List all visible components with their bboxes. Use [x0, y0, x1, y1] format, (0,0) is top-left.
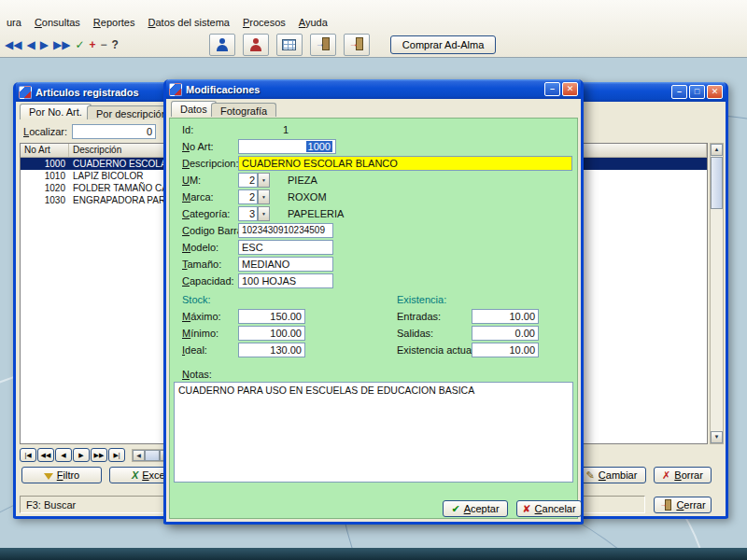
- window-title: Articulos registrados: [35, 87, 139, 98]
- no-art-label: No Art:: [182, 141, 214, 152]
- record-prev-page-button[interactable]: ◀◀: [37, 448, 54, 462]
- app-header: ura Consultas Reportes Datos del sistema…: [0, 0, 747, 58]
- cancelar-button[interactable]: ✘ Cancelar: [516, 500, 582, 517]
- funnel-icon: [44, 473, 53, 480]
- tamano-input[interactable]: MEDIANO: [238, 257, 333, 272]
- table-vertical-scrollbar[interactable]: ▲ ▼: [710, 143, 724, 444]
- nav-first-icon[interactable]: ◀◀: [4, 38, 22, 51]
- ideal-label: Ideal:: [182, 344, 207, 356]
- minimize-button[interactable]: –: [671, 85, 687, 99]
- capacidad-input[interactable]: 100 HOJAS: [238, 273, 333, 288]
- cambiar-button[interactable]: ✎ Cambiar: [577, 467, 646, 483]
- categoria-dropdown[interactable]: 3 ▼: [238, 206, 270, 221]
- grid-icon: [282, 39, 296, 50]
- dialog-icon: [169, 83, 182, 96]
- modificaciones-dialog: Modificaciones – ✕ Datos Fotografía Id: …: [163, 79, 584, 525]
- menu-item-consultas[interactable]: Consultas: [28, 15, 87, 30]
- record-next-page-button[interactable]: ▶▶: [91, 448, 107, 462]
- excel-icon: X: [132, 469, 138, 481]
- chevron-down-icon[interactable]: ▼: [258, 189, 270, 204]
- maximo-label: Máximo:: [182, 311, 221, 322]
- nav-last-icon[interactable]: ▶▶: [52, 38, 71, 51]
- menu-item-ayuda[interactable]: Ayuda: [292, 15, 334, 30]
- filtro-button[interactable]: Filtro: [21, 467, 102, 483]
- nav-next-icon[interactable]: ▶: [39, 38, 49, 51]
- categoria-text: PAPELERIA: [288, 208, 344, 219]
- chevron-down-icon[interactable]: ▼: [258, 173, 270, 188]
- maximo-input[interactable]: 150.00: [238, 309, 305, 324]
- categoria-label: Categoría:: [182, 208, 230, 219]
- record-prev-button[interactable]: ◀: [55, 448, 72, 462]
- no-art-input[interactable]: 1000: [238, 139, 336, 154]
- stock-section-header: Stock:: [182, 294, 211, 305]
- borrar-button[interactable]: ✗ Borrar: [654, 467, 712, 483]
- um-dropdown[interactable]: 2 ▼: [238, 173, 270, 188]
- notas-textarea[interactable]: CUADERNO PARA USO EN ESCUELAS DE EDUCACI…: [174, 382, 573, 483]
- menu-item-procesos[interactable]: Procesos: [236, 15, 292, 30]
- salidas-input[interactable]: 0.00: [472, 326, 539, 341]
- cancel-x-icon: ✘: [522, 503, 530, 515]
- tab-fotografia[interactable]: Fotografía: [211, 103, 276, 117]
- dialog-minimize-button[interactable]: –: [544, 82, 560, 96]
- toolbar: ◀◀ ◀ ▶ ▶▶ ✓ + − ? → → Comprar Ad-Alma: [2, 32, 496, 57]
- minimo-label: Mínimo:: [182, 328, 218, 339]
- aceptar-button[interactable]: ✔ Aceptar: [443, 500, 508, 517]
- exit-button[interactable]: →: [344, 34, 370, 56]
- modelo-input[interactable]: ESC: [238, 240, 333, 255]
- minimo-input[interactable]: 100.00: [238, 326, 305, 341]
- codigo-barras-input[interactable]: 1023430910234509: [238, 223, 333, 238]
- comprar-ad-alma-button[interactable]: Comprar Ad-Alma: [390, 35, 496, 54]
- entradas-input[interactable]: 10.00: [472, 309, 539, 324]
- menu-item-reportes[interactable]: Reportes: [87, 15, 142, 30]
- window-icon: [19, 86, 32, 99]
- no-art-selected-text: 1000: [306, 141, 332, 152]
- localizar-label: Localizar:: [23, 126, 67, 137]
- remove-icon[interactable]: −: [99, 38, 107, 51]
- descripcion-label: Descripcion:: [182, 158, 239, 169]
- close-button[interactable]: ✕: [707, 85, 723, 99]
- dialog-close-button[interactable]: ✕: [562, 82, 578, 96]
- column-header-no-art[interactable]: No Art: [21, 144, 69, 157]
- dialog-titlebar[interactable]: Modificaciones – ✕: [166, 79, 581, 99]
- capacidad-label: Capacidad:: [182, 275, 234, 287]
- providers-button[interactable]: [243, 34, 269, 56]
- menu-item-ura[interactable]: ura: [0, 15, 28, 30]
- chevron-down-icon[interactable]: ▼: [258, 206, 270, 221]
- marca-dropdown[interactable]: 2 ▼: [238, 189, 270, 204]
- scroll-thumb[interactable]: [711, 157, 723, 209]
- tab-por-no-art[interactable]: Por No. Art.: [20, 104, 92, 119]
- ideal-input[interactable]: 130.00: [238, 343, 305, 357]
- add-icon[interactable]: +: [88, 38, 96, 51]
- record-first-button[interactable]: |◀: [20, 448, 36, 462]
- inventory-grid-button[interactable]: [276, 34, 303, 56]
- entry-button[interactable]: →: [310, 34, 336, 56]
- scroll-left-icon[interactable]: ◀: [133, 450, 145, 461]
- door-out-icon: →: [349, 37, 364, 51]
- cerrar-button[interactable]: → Cerrar: [654, 497, 712, 513]
- menu-item-datos-del-sistema[interactable]: Datos del sistema: [142, 15, 236, 30]
- scroll-up-icon[interactable]: ▲: [711, 144, 723, 156]
- clients-button[interactable]: [209, 34, 235, 56]
- localizar-input[interactable]: 0: [72, 124, 156, 139]
- existencia-section-header: Existencia:: [397, 294, 446, 305]
- marca-text: ROXOM: [288, 191, 327, 203]
- record-next-button[interactable]: ▶: [73, 448, 90, 462]
- help-icon[interactable]: ?: [111, 38, 120, 51]
- salidas-label: Salidas:: [397, 328, 433, 339]
- record-last-button[interactable]: ▶|: [108, 448, 125, 462]
- existencia-actual-label: Existencia actual:: [397, 344, 477, 356]
- exit-door-icon: →: [659, 499, 672, 511]
- dialog-body: Datos Fotografía Id: 1 No Art: 1000 Desc…: [166, 99, 581, 522]
- nav-prev-icon[interactable]: ◀: [25, 38, 35, 51]
- modelo-label: Modelo:: [182, 242, 218, 253]
- maximize-button[interactable]: □: [689, 85, 705, 99]
- id-label: Id:: [182, 124, 193, 135]
- tab-datos[interactable]: Datos: [171, 101, 217, 117]
- hscroll-thumb[interactable]: [145, 450, 160, 461]
- marca-label: Marca:: [182, 191, 214, 203]
- descripcion-input[interactable]: CUADERNO ESCOLAR BLANCO: [238, 156, 572, 171]
- scroll-down-icon[interactable]: ▼: [711, 431, 723, 443]
- id-value: 1: [283, 124, 289, 135]
- check-icon[interactable]: ✓: [74, 38, 85, 51]
- existencia-actual-input[interactable]: 10.00: [472, 343, 539, 357]
